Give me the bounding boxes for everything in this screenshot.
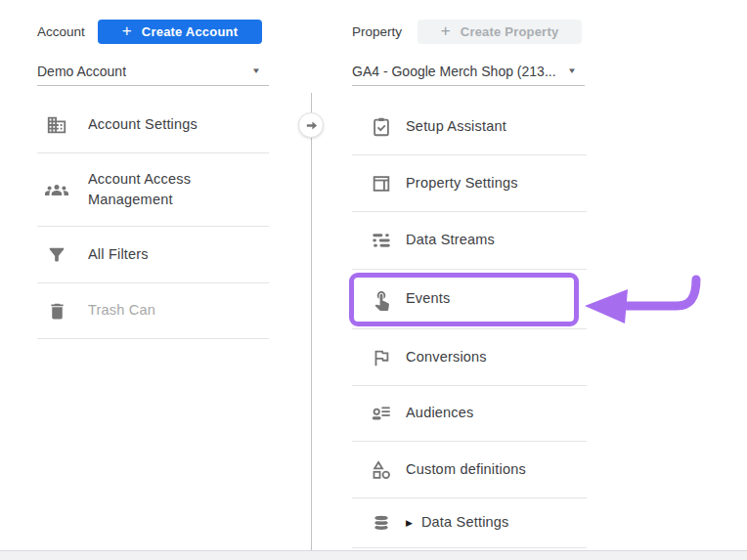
person-list-icon (370, 402, 393, 425)
caret-down-icon: ▼ (567, 66, 577, 75)
flag-icon (370, 346, 393, 369)
arrow-right-icon (305, 119, 318, 132)
expand-right-icon[interactable]: ▶ (406, 519, 413, 528)
clipboard-check-icon (370, 115, 393, 139)
menu-item-property-settings[interactable]: Property Settings (352, 155, 587, 212)
menu-item-label: Setup Assistant (406, 116, 506, 137)
window-layout-icon (370, 172, 393, 195)
menu-item-label: Data Streams (406, 230, 495, 250)
menu-item-all-filters[interactable]: All Filters (37, 227, 269, 283)
menu-item-account-access-management[interactable]: Account Access Management (37, 153, 269, 227)
menu-item-label: Property Settings (406, 173, 518, 194)
stream-icon (370, 229, 393, 252)
menu-item-label: Trash Can (88, 300, 155, 321)
menu-item-label: Account Access Management (88, 169, 240, 210)
people-group-icon (45, 178, 68, 201)
bottom-scroll-strip (0, 550, 747, 560)
filter-funnel-icon (45, 243, 68, 267)
menu-item-label: All Filters (88, 244, 149, 265)
create-account-button[interactable]: + Create Account (98, 20, 262, 44)
tap-hand-icon (370, 287, 393, 311)
menu-item-audiences[interactable]: Audiences (352, 386, 587, 442)
selected-property: GA4 - Google Merch Shop (213... (352, 64, 556, 79)
menu-item-events[interactable]: Events (352, 270, 587, 329)
menu-item-conversions[interactable]: Conversions (352, 329, 587, 386)
create-account-label: Create Account (142, 24, 238, 39)
building-icon (45, 113, 68, 137)
menu-item-data-settings[interactable]: ▶ Data Settings (352, 498, 587, 548)
database-icon (370, 511, 393, 535)
annotation-arrow-icon (579, 269, 711, 329)
trash-icon (45, 299, 68, 323)
caret-down-icon: ▼ (251, 66, 261, 75)
property-column-label: Property (352, 24, 402, 39)
property-selector-dropdown[interactable]: GA4 - Google Merch Shop (213... ▼ (352, 57, 585, 86)
menu-item-custom-definitions[interactable]: Custom definitions (352, 442, 587, 498)
collapse-panel-button[interactable] (298, 112, 324, 138)
shapes-icon (370, 458, 393, 482)
menu-item-label: Account Settings (88, 114, 198, 135)
plus-icon: + (122, 22, 132, 39)
menu-item-trash-can[interactable]: Trash Can (37, 283, 269, 339)
create-property-label: Create Property (461, 24, 559, 39)
menu-item-setup-assistant[interactable]: Setup Assistant (352, 100, 587, 155)
menu-item-label: Custom definitions (406, 459, 526, 480)
menu-item-label: Events (406, 288, 451, 309)
column-divider (311, 93, 312, 550)
menu-item-label: Data Settings (421, 512, 509, 533)
menu-item-account-settings[interactable]: Account Settings (37, 98, 269, 153)
account-selector-dropdown[interactable]: Demo Account ▼ (37, 57, 269, 86)
create-property-button[interactable]: + Create Property (417, 20, 582, 44)
menu-item-label: Conversions (406, 347, 487, 367)
ga-admin-panel: Account + Create Account Demo Account ▼ … (0, 0, 747, 560)
account-column-label: Account (37, 24, 85, 39)
menu-item-data-streams[interactable]: Data Streams (352, 212, 587, 270)
plus-icon: + (441, 22, 451, 39)
menu-item-label: Audiences (406, 403, 474, 423)
selected-account: Demo Account (37, 64, 126, 79)
